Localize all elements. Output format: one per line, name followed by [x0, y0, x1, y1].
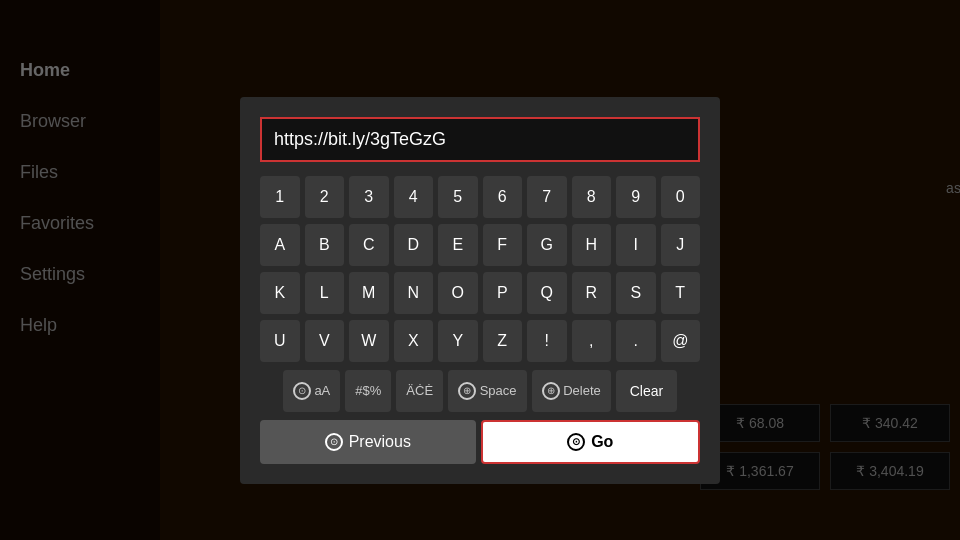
- key-8[interactable]: 8: [572, 176, 612, 218]
- key-exclaim[interactable]: !: [527, 320, 567, 362]
- space-icon: ⊕: [458, 382, 476, 400]
- key-q[interactable]: Q: [527, 272, 567, 314]
- key-b[interactable]: B: [305, 224, 345, 266]
- keyboard-row-uz: U V W X Y Z ! , . @: [260, 320, 700, 362]
- key-2[interactable]: 2: [305, 176, 345, 218]
- key-4[interactable]: 4: [394, 176, 434, 218]
- key-m[interactable]: M: [349, 272, 389, 314]
- key-9[interactable]: 9: [616, 176, 656, 218]
- key-h[interactable]: H: [572, 224, 612, 266]
- key-delete[interactable]: ⊕ Delete: [532, 370, 611, 412]
- case-icon: ⊙: [293, 382, 311, 400]
- key-x[interactable]: X: [394, 320, 434, 362]
- key-accents[interactable]: ÄĊĖ: [396, 370, 443, 412]
- key-j[interactable]: J: [661, 224, 701, 266]
- key-v[interactable]: V: [305, 320, 345, 362]
- key-n[interactable]: N: [394, 272, 434, 314]
- key-case-toggle[interactable]: ⊙ aA: [283, 370, 341, 412]
- previous-icon: ⊙: [325, 433, 343, 451]
- key-c[interactable]: C: [349, 224, 389, 266]
- key-s[interactable]: S: [616, 272, 656, 314]
- action-row: ⊙ Previous ⊙ Go: [260, 420, 700, 464]
- keyboard-dialog: 1 2 3 4 5 6 7 8 9 0 A B C D E F G H: [240, 97, 720, 484]
- key-6[interactable]: 6: [483, 176, 523, 218]
- key-o[interactable]: O: [438, 272, 478, 314]
- key-g[interactable]: G: [527, 224, 567, 266]
- go-button[interactable]: ⊙ Go: [481, 420, 701, 464]
- key-clear[interactable]: Clear: [616, 370, 677, 412]
- keyboard-row-numbers: 1 2 3 4 5 6 7 8 9 0: [260, 176, 700, 218]
- key-period[interactable]: .: [616, 320, 656, 362]
- key-i[interactable]: I: [616, 224, 656, 266]
- key-z[interactable]: Z: [483, 320, 523, 362]
- key-symbols[interactable]: #$%: [345, 370, 391, 412]
- key-1[interactable]: 1: [260, 176, 300, 218]
- previous-button[interactable]: ⊙ Previous: [260, 420, 476, 464]
- key-3[interactable]: 3: [349, 176, 389, 218]
- key-d[interactable]: D: [394, 224, 434, 266]
- key-space[interactable]: ⊕ Space: [448, 370, 526, 412]
- key-at[interactable]: @: [661, 320, 701, 362]
- key-l[interactable]: L: [305, 272, 345, 314]
- key-w[interactable]: W: [349, 320, 389, 362]
- keyboard-row-aj: A B C D E F G H I J: [260, 224, 700, 266]
- key-p[interactable]: P: [483, 272, 523, 314]
- key-0[interactable]: 0: [661, 176, 701, 218]
- key-f[interactable]: F: [483, 224, 523, 266]
- key-r[interactable]: R: [572, 272, 612, 314]
- url-input[interactable]: [260, 117, 700, 162]
- key-e[interactable]: E: [438, 224, 478, 266]
- dialog-overlay: 1 2 3 4 5 6 7 8 9 0 A B C D E F G H: [0, 0, 960, 540]
- go-icon: ⊙: [567, 433, 585, 451]
- key-5[interactable]: 5: [438, 176, 478, 218]
- delete-icon: ⊕: [542, 382, 560, 400]
- keyboard-special-row: ⊙ aA #$% ÄĊĖ ⊕ Space ⊕ Delete Clear: [260, 370, 700, 412]
- key-comma[interactable]: ,: [572, 320, 612, 362]
- key-k[interactable]: K: [260, 272, 300, 314]
- key-t[interactable]: T: [661, 272, 701, 314]
- key-a[interactable]: A: [260, 224, 300, 266]
- key-u[interactable]: U: [260, 320, 300, 362]
- key-7[interactable]: 7: [527, 176, 567, 218]
- keyboard-row-kt: K L M N O P Q R S T: [260, 272, 700, 314]
- key-y[interactable]: Y: [438, 320, 478, 362]
- keyboard: 1 2 3 4 5 6 7 8 9 0 A B C D E F G H: [260, 176, 700, 412]
